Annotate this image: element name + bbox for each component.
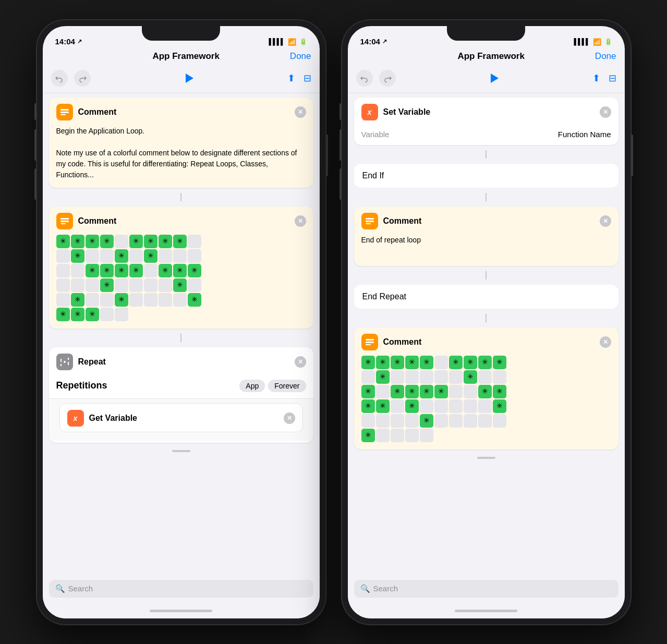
- undo-button-right[interactable]: [356, 70, 373, 87]
- toolbar-right-right: ⬆ ⊟: [592, 72, 616, 84]
- search-placeholder-left: Search: [68, 584, 93, 593]
- set-variable-icon-right: x: [361, 104, 378, 120]
- search-input-right[interactable]: 🔍 Search: [354, 580, 619, 598]
- connector-r1: [354, 150, 619, 159]
- search-input-left[interactable]: 🔍 Search: [49, 580, 313, 598]
- connector-r4: [354, 314, 619, 322]
- notch-left: [142, 26, 220, 41]
- comment-body-1: Begin the Application Loop. Note my use …: [49, 126, 313, 188]
- close-btn-sv[interactable]: ✕: [600, 106, 611, 118]
- side-btn-vol-down-right: [339, 168, 342, 200]
- close-btn-cer[interactable]: ✕: [600, 336, 611, 348]
- phone-screen-right: 14:04 ↗ ▌▌▌▌ 📶 🔋 App Framework Done: [348, 26, 625, 618]
- get-variable-header-left: x Get Variable: [67, 410, 138, 427]
- close-btn-cr[interactable]: ✕: [600, 215, 611, 227]
- signal-icon-right: ▌▌▌▌: [574, 38, 589, 45]
- nav-title-left: App Framework: [152, 51, 219, 62]
- comment-emoji-body-right: ✳✳✳✳✳ ✳✳✳✳ ✳ ✳✳ ✳✳✳✳ ✳✳✳✳: [354, 356, 619, 449]
- search-icon-right: 🔍: [360, 584, 370, 593]
- emoji-grid-right: ✳✳✳✳✳ ✳✳✳✳ ✳ ✳✳ ✳✳✳✳ ✳✳✳✳: [361, 356, 518, 442]
- content-area-right[interactable]: x Set Variable ✕ Variable Function Name …: [348, 93, 625, 576]
- get-variable-icon: x: [67, 410, 84, 427]
- svg-rect-5: [60, 223, 66, 224]
- toggle-button-right[interactable]: ⊟: [609, 72, 616, 84]
- close-btn-3[interactable]: ✕: [295, 356, 306, 368]
- set-variable-header-right: x Set Variable ✕: [354, 98, 619, 126]
- get-variable-card: x Get Variable ✕: [59, 403, 303, 432]
- tag-forever[interactable]: Forever: [268, 380, 306, 392]
- undo-button-left[interactable]: [51, 70, 68, 87]
- home-bar-left: [150, 610, 212, 612]
- redo-button-right[interactable]: [379, 70, 396, 87]
- toolbar-left-buttons: [51, 70, 91, 87]
- search-icon-left: 🔍: [55, 584, 65, 593]
- play-button-right[interactable]: [484, 69, 503, 88]
- tag-group: App Forever: [239, 380, 306, 392]
- repeat-icon: [56, 354, 73, 370]
- repeat-card-header: Repeat ✕: [49, 347, 313, 375]
- share-button-left[interactable]: ⬆: [287, 72, 295, 84]
- status-time-right: 14:04: [360, 37, 380, 46]
- phone-right: 14:04 ↗ ▌▌▌▌ 📶 🔋 App Framework Done: [342, 20, 631, 625]
- comment-card-2-header-left: Comment: [56, 213, 117, 229]
- side-btn-mute: [34, 103, 37, 120]
- set-variable-header-left-right: x Set Variable: [361, 104, 431, 120]
- connector-2: [49, 334, 313, 342]
- repetitions-label: Repetitions: [56, 380, 107, 391]
- comment-body-right: End of repeat loop: [354, 235, 619, 266]
- location-icon-left: ↗: [77, 38, 82, 45]
- comment-card-2: Comment ✕ ✳✳✳✳ ✳✳✳✳ ✳✳ ✳: [49, 206, 313, 329]
- svg-rect-9: [366, 223, 371, 224]
- close-btn-1[interactable]: ✕: [295, 106, 306, 118]
- svg-rect-0: [60, 109, 69, 111]
- repeat-title: Repeat: [78, 357, 106, 367]
- search-bar-right: 🔍 Search: [348, 576, 625, 604]
- comment-card-1: Comment ✕ Begin the Application Loop. No…: [49, 98, 313, 188]
- play-button-left[interactable]: [179, 69, 198, 88]
- side-btn-power: [326, 135, 328, 176]
- toolbar-right: ⬆ ⊟: [348, 66, 625, 93]
- wifi-icon-right: 📶: [593, 38, 601, 46]
- connector-r3: [354, 271, 619, 280]
- comment-title-2: Comment: [78, 216, 117, 226]
- get-variable-title: Get Variable: [89, 414, 138, 423]
- side-btn-vol-up-right: [339, 129, 342, 161]
- side-btn-power-right: [631, 135, 633, 176]
- close-btn-4[interactable]: ✕: [284, 412, 295, 424]
- share-button-right[interactable]: ⬆: [592, 72, 600, 84]
- side-btn-vol-down: [34, 168, 37, 200]
- repeat-inner: x Get Variable ✕: [49, 398, 313, 441]
- signal-icon-left: ▌▌▌▌: [269, 38, 284, 45]
- connector-r2: [354, 193, 619, 201]
- var-label: Variable: [361, 130, 390, 139]
- comment-card-2-header: Comment ✕: [49, 206, 313, 235]
- nav-bar-right: App Framework Done: [348, 49, 625, 66]
- toggle-button-left[interactable]: ⊟: [304, 72, 311, 84]
- end-if-label: End If: [362, 171, 384, 180]
- var-row: Variable Function Name: [354, 126, 619, 145]
- svg-rect-8: [366, 221, 374, 222]
- nav-done-left[interactable]: Done: [290, 51, 311, 62]
- comment-emoji-icon-right: [361, 334, 378, 350]
- svg-rect-7: [366, 218, 374, 220]
- home-indicator-right: [348, 604, 625, 618]
- home-indicator-left: [43, 604, 320, 618]
- svg-rect-4: [60, 221, 69, 222]
- var-value: Function Name: [558, 130, 611, 139]
- close-btn-2[interactable]: ✕: [295, 215, 306, 227]
- svg-rect-2: [60, 114, 66, 115]
- get-variable-header: x Get Variable ✕: [60, 404, 302, 432]
- comment-card-1-header: Comment ✕: [49, 98, 313, 126]
- search-placeholder-right: Search: [373, 584, 398, 593]
- location-icon-right: ↗: [382, 38, 387, 45]
- toolbar-right-buttons-left: ⬆ ⊟: [287, 72, 311, 84]
- scroll-indicator-left: [49, 448, 313, 454]
- tag-app[interactable]: App: [239, 380, 265, 392]
- svg-point-6: [64, 361, 66, 363]
- redo-button-left[interactable]: [74, 70, 91, 87]
- nav-done-right[interactable]: Done: [595, 51, 616, 62]
- content-area-left[interactable]: Comment ✕ Begin the Application Loop. No…: [43, 93, 320, 576]
- comment-title-1: Comment: [78, 107, 117, 117]
- comment-card-right-header-left: Comment: [361, 213, 422, 229]
- comment-icon-2: [56, 213, 73, 229]
